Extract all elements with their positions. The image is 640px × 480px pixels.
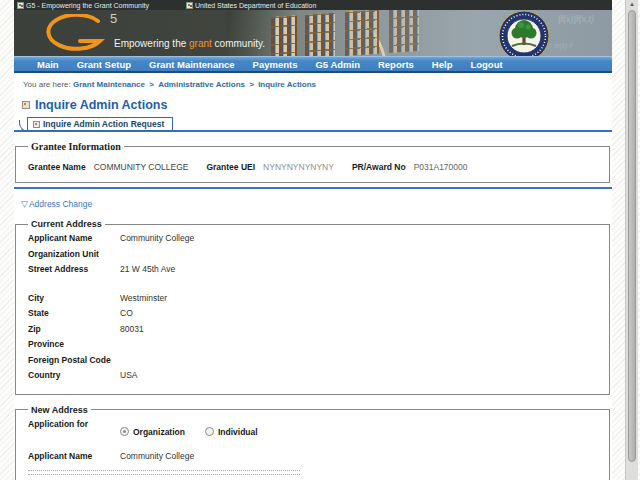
- header-banner: ∫f(x)∫f(x,t) x = π(t)·f 5 Empowering the…: [14, 10, 612, 56]
- window-title-right-text: United States Department of Education: [195, 2, 316, 9]
- header-tagline: Empowering the grant community.: [114, 38, 265, 49]
- applicant-name-label: Applicant Name: [28, 233, 120, 243]
- tab-row: Inquire Admin Action Request: [14, 115, 612, 132]
- grantee-uei-label: Grantee UEI: [206, 162, 255, 172]
- grantee-uei-value: NYNYNYNYNYNY: [263, 162, 334, 172]
- nav-item-grant-maintenance[interactable]: Grant Maintenance: [140, 59, 244, 70]
- page-title: Inquire Admin Actions: [35, 98, 167, 112]
- city-value: Westminster: [120, 293, 167, 303]
- application-for-radio-group: Organization Individual: [120, 427, 278, 437]
- section-divider: [14, 187, 612, 189]
- triangle-down-icon: ▽: [21, 199, 28, 209]
- nav-item-logout[interactable]: Logout: [461, 59, 511, 70]
- individual-radio[interactable]: [205, 427, 214, 436]
- library-photo: ∫f(x)∫f(x,t) x = π(t)·f: [227, 10, 612, 56]
- state-value: CO: [120, 308, 133, 318]
- g5-logo: [42, 14, 108, 56]
- applicant-name-value: Community College: [120, 233, 194, 243]
- field-row: Applicant Name Community College: [28, 451, 601, 467]
- application-for-row: Application for Organization Individual: [28, 419, 601, 445]
- field-row: Organization Unit: [28, 249, 601, 265]
- breadcrumb-separator: >: [147, 80, 156, 89]
- field-row: Applicant Name Community College: [28, 233, 601, 249]
- country-label: Country: [28, 370, 120, 380]
- grantee-information-fields: Grantee Name COMMUNITY COLLEGE Grantee U…: [28, 162, 601, 172]
- street-address-value: 21 W 45th Ave: [120, 264, 175, 274]
- broken-image-icon: [186, 2, 193, 9]
- foreign-postal-code-label: Foreign Postal Code: [28, 355, 120, 365]
- breadcrumb-link-administrative-actions[interactable]: Administrative Actions: [158, 80, 245, 89]
- new-applicant-name-label: Applicant Name: [28, 451, 120, 461]
- country-value: USA: [120, 370, 137, 380]
- window-title-right: United States Department of Education: [183, 2, 316, 9]
- scroll-up-arrow-icon[interactable]: ▲: [626, 0, 638, 8]
- organization-unit-label: Organization Unit: [28, 249, 120, 259]
- new-address-legend: New Address: [28, 405, 91, 415]
- province-label: Province: [28, 339, 120, 349]
- nav-item-help[interactable]: Help: [423, 59, 462, 70]
- bookshelf-column: [271, 15, 297, 56]
- broken-image-icon: [33, 121, 40, 128]
- field-row: Country USA: [28, 370, 601, 386]
- street-address-label: Street Address: [28, 264, 120, 274]
- main-nav: Main Grant Setup Grant Maintenance Payme…: [14, 56, 612, 73]
- breadcrumb: You are here: Grant Maintenance > Admini…: [14, 73, 612, 89]
- chalkboard-formula: ∫f(x)∫f(x,t): [558, 14, 594, 24]
- bookshelf-column: [389, 10, 419, 53]
- field-row: Foreign Postal Code: [28, 355, 601, 371]
- applicant-name-input[interactable]: [28, 470, 300, 475]
- address-change-link[interactable]: Address Change: [29, 199, 92, 209]
- breadcrumb-link-grant-maintenance[interactable]: Grant Maintenance: [73, 80, 145, 89]
- state-label: State: [28, 308, 120, 318]
- zip-value: 80031: [120, 324, 144, 334]
- window-title-left-text: G5 - Empowering the Grant Community: [26, 2, 149, 9]
- tab-label: Inquire Admin Action Request: [43, 119, 164, 129]
- individual-radio-label: Individual: [218, 427, 258, 437]
- organization-radio-label: Organization: [133, 427, 185, 437]
- grantee-name-label: Grantee Name: [28, 162, 86, 172]
- grantee-information-fieldset: Grantee Information Grantee Name COMMUNI…: [15, 141, 610, 183]
- field-row: Province: [28, 339, 601, 355]
- nav-item-reports[interactable]: Reports: [369, 59, 423, 70]
- current-address-fieldset: Current Address Applicant Name Community…: [15, 219, 610, 395]
- broken-image-icon: [17, 2, 24, 9]
- application-for-label: Application for: [28, 419, 120, 429]
- field-row-empty: [28, 280, 601, 293]
- address-change-toggle[interactable]: ▽ Address Change: [21, 199, 612, 209]
- pr-award-no-label: PR/Award No: [352, 162, 406, 172]
- window-title-left: G5 - Empowering the Grant Community: [14, 2, 149, 9]
- field-row: Street Address 21 W 45th Ave: [28, 264, 601, 280]
- new-applicant-name-value: Community College: [120, 451, 194, 461]
- city-label: City: [28, 293, 120, 303]
- nav-item-g5-admin[interactable]: G5 Admin: [306, 59, 369, 70]
- department-of-education-seal: [498, 10, 550, 56]
- main-content: G5 - Empowering the Grant Community Unit…: [14, 0, 612, 480]
- new-address-fieldset: New Address Application for Organization…: [15, 405, 610, 480]
- field-row: City Westminster: [28, 293, 601, 309]
- tab-inquire-admin-action-request[interactable]: Inquire Admin Action Request: [27, 117, 173, 131]
- grantee-name-value: COMMUNITY COLLEGE: [94, 162, 189, 172]
- zip-label: Zip: [28, 324, 120, 334]
- nav-item-payments[interactable]: Payments: [244, 59, 307, 70]
- breadcrumb-separator: >: [247, 80, 256, 89]
- broken-image-icon: [22, 101, 30, 109]
- page-title-row: Inquire Admin Actions: [22, 98, 612, 112]
- pr-award-no-value: P031A170000: [414, 162, 468, 172]
- nav-item-grant-setup[interactable]: Grant Setup: [68, 59, 140, 70]
- grantee-information-legend: Grantee Information: [28, 141, 124, 152]
- window-title-strip: G5 - Empowering the Grant Community Unit…: [14, 0, 612, 10]
- field-row: State CO: [28, 308, 601, 324]
- organization-radio[interactable]: [120, 427, 129, 436]
- scrollbar-thumb[interactable]: [628, 10, 636, 462]
- bookshelves: [271, 10, 421, 56]
- bookshelf-column: [345, 10, 379, 56]
- field-row: Zip 80031: [28, 324, 601, 340]
- nav-item-main[interactable]: Main: [28, 59, 68, 70]
- current-address-legend: Current Address: [28, 219, 105, 229]
- breadcrumb-link-inquire-actions[interactable]: Inquire Actions: [258, 80, 316, 89]
- g5-logo-superscript: 5: [110, 11, 118, 26]
- bookshelf-column: [305, 13, 335, 56]
- vertical-scrollbar[interactable]: ▲: [625, 0, 638, 480]
- breadcrumb-prefix: You are here:: [23, 80, 71, 89]
